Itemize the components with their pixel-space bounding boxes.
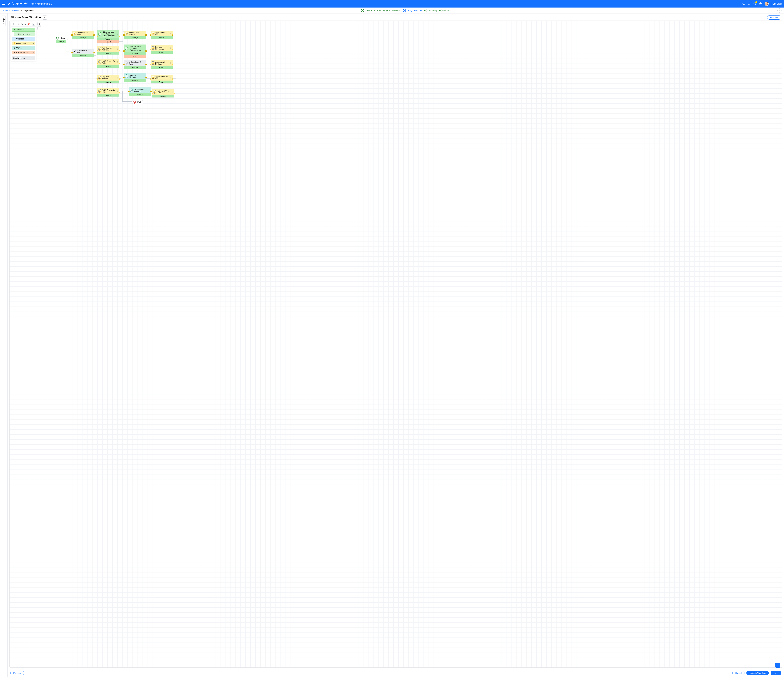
brand-logo[interactable]: ✕ SymphonyAI SUMMIT [8, 2, 28, 6]
more-icon[interactable]: ⋮ [117, 33, 118, 35]
add-icon[interactable]: ＋ [32, 23, 35, 26]
avatar[interactable] [765, 2, 768, 6]
node-condition[interactable]: ⇥WF Status Is Approved⋮ Always [129, 87, 151, 96]
chevron-right-icon: › [20, 9, 20, 12]
zoom-controls: ⊕ − [37, 22, 41, 30]
cancel-button[interactable]: Cancel [732, 671, 745, 675]
scroll-top-button[interactable] [775, 663, 780, 668]
more-icon[interactable]: ⋮ [117, 77, 118, 79]
node-notification[interactable]: 🔔Approval Ack Notificat..⋮ Always [151, 60, 173, 68]
node-utility[interactable]: ⇥In Store Level 1 Reje..⋮ Always [72, 48, 94, 57]
undo-icon[interactable]: ↶ [17, 23, 20, 26]
settings-icon[interactable] [759, 2, 762, 5]
more-icon[interactable]: ⋮ [170, 62, 172, 64]
more-icon[interactable]: ⋮ [143, 33, 145, 35]
zoom-out-icon[interactable]: − [37, 26, 41, 30]
bell-icon: 🔔 [98, 89, 101, 93]
redo-icon[interactable]: ↷ [21, 23, 23, 26]
zoom-center-icon[interactable]: ⊕ [37, 22, 41, 26]
node-notification[interactable]: 🔔Notify Analyst On Rej..⋮ Always [97, 59, 119, 68]
palette-sub-workflow[interactable]: Sub Workflow▸ [12, 56, 35, 60]
breadcrumb-home[interactable]: Home [3, 9, 8, 12]
node-notification[interactable]: 🔔Notify End User Succ..⋮ Always [152, 89, 174, 98]
more-icon[interactable]: ⋮ [117, 48, 118, 50]
node-notification[interactable]: 🔔Rejection Ack Notifica..⋮ Always [97, 46, 119, 54]
exit-icon: ⇥ [73, 50, 76, 53]
refresh-icon[interactable]: ⟳ [24, 23, 26, 26]
code-icon[interactable] [748, 2, 750, 5]
node-approval[interactable]: ✔Store Manager Appro..Static Approval⋮ A… [97, 30, 119, 43]
more-icon[interactable]: ⋮ [170, 47, 172, 49]
step-design[interactable]: 3Design Workflow [403, 9, 422, 12]
chevron-down-icon: ⌄ [51, 3, 53, 5]
step-trigger[interactable]: 2Set Trigger & Conditions [375, 9, 401, 12]
step-summary[interactable]: 4Summary [424, 9, 437, 12]
chevron-down-icon: ▾ [33, 29, 34, 30]
more-icon[interactable]: ⋮ [117, 90, 118, 92]
more-icon[interactable]: ⋮ [91, 33, 93, 35]
bell-icon: 🔔 [125, 32, 128, 35]
sub-header: Home › Workflow › Configuration 1General… [0, 8, 784, 14]
step-publish[interactable]: 5Publish [439, 9, 450, 12]
menu-icon[interactable] [2, 2, 5, 5]
stop-icon [133, 101, 136, 104]
more-icon[interactable]: ⋮ [170, 33, 172, 35]
more-icon[interactable]: ⋮ [91, 50, 93, 53]
node-condition[interactable]: ⇥Status Is Allocated⋮ Always [124, 73, 146, 82]
breadcrumb-workflow[interactable]: Workflow [11, 9, 19, 12]
check-circle-icon: ✔ [125, 47, 128, 50]
more-icon[interactable]: ⋮ [143, 75, 145, 77]
exit-icon: ⇥ [125, 61, 128, 65]
question-icon: ? [13, 38, 16, 40]
palette-utilities[interactable]: 🗀Utilities▸ [12, 46, 35, 50]
node-end[interactable]: End [132, 100, 143, 104]
groups-rail[interactable]: Groups [0, 14, 8, 677]
palette-create-record[interactable]: ⊕Create Record▸ [12, 51, 35, 54]
palette-condition[interactable]: ?Condition▸ [12, 37, 35, 41]
node-notification[interactable]: 🔔Store Manager Appro..⋮ Always [72, 31, 94, 39]
node-notification[interactable]: 🔔Approved Level2 Noti..⋮ Always [151, 75, 173, 83]
action-palette: 🗑 ↶ ↷ ⟳ 📌 ＋ ✔Approvals▾ ✔User Approval ?… [11, 22, 36, 61]
more-icon[interactable]: ⋮ [171, 91, 173, 93]
palette-user-approval[interactable]: ✔User Approval [14, 33, 35, 36]
font-size-icon[interactable]: AA [742, 2, 745, 5]
node-notification[interactable]: 🔔Approved Level1 Noti..⋮ Always [151, 31, 173, 39]
node-approval[interactable]: ✔Allocated User Mana..Static Approval⋮ A… [124, 45, 146, 57]
bell-icon: 🔔 [152, 46, 154, 50]
node-notification[interactable]: 🔔Notify Analyst On Rej..⋮ Always [97, 88, 119, 96]
condition-icon: ⇥ [130, 89, 133, 92]
more-icon[interactable]: ⋮ [143, 62, 145, 64]
more-icon[interactable]: ⋮ [143, 47, 145, 50]
chevron-right-icon: ▸ [33, 57, 34, 59]
next-button[interactable]: Next [771, 671, 781, 675]
check-circle-icon: ✔ [98, 32, 101, 36]
brand-mark-icon: ✕ [8, 2, 11, 6]
user-name[interactable]: Ryan Black [772, 3, 782, 5]
previous-button[interactable]: Previous [10, 671, 24, 675]
bell-icon: 🔔 [13, 42, 16, 45]
check-circle-icon: ✔ [15, 33, 17, 36]
more-icon[interactable]: ⋮ [170, 77, 172, 79]
node-utility[interactable]: ⇥In Store Level 2 Reje..⋮ Always [124, 60, 146, 68]
approvals-icon[interactable]: 7 [753, 2, 756, 5]
folder-icon: 🗀 [13, 47, 16, 49]
validate-workflow-button[interactable]: Validate Workflow [747, 671, 769, 675]
node-begin[interactable]: Begin [55, 36, 68, 40]
workflow-nodes: Begin always 🔔Store Manager Appro..⋮ Alw… [55, 25, 779, 664]
palette-approvals[interactable]: ✔Approvals▾ [12, 28, 35, 32]
pin-icon[interactable]: 📌 [27, 23, 30, 26]
step-general[interactable]: 1General [361, 9, 372, 12]
app-switcher[interactable]: Asset Management ⌄ [31, 3, 53, 5]
hide-grid-button[interactable]: Hide Grid [767, 16, 781, 20]
palette-notification[interactable]: 🔔Notification▸ [12, 42, 35, 45]
more-icon[interactable]: ⋮ [117, 61, 118, 63]
edit-title-button[interactable] [43, 16, 47, 20]
workflow-canvas[interactable]: 🗑 ↶ ↷ ⟳ 📌 ＋ ✔Approvals▾ ✔User Approval ?… [9, 20, 782, 668]
more-icon[interactable]: ⋮ [148, 89, 150, 92]
delete-icon[interactable]: 🗑 [12, 23, 15, 26]
fullscreen-icon[interactable] [778, 8, 781, 12]
node-notification[interactable]: 🔔Approval Ack Notificat..⋮ Always [124, 31, 146, 39]
node-notification[interactable]: 🔔End Users Reporting ..⋮ Always [151, 45, 173, 54]
play-icon [56, 37, 59, 39]
node-notification[interactable]: 🔔Rejection Ack Notifica..⋮ Always [97, 75, 119, 83]
